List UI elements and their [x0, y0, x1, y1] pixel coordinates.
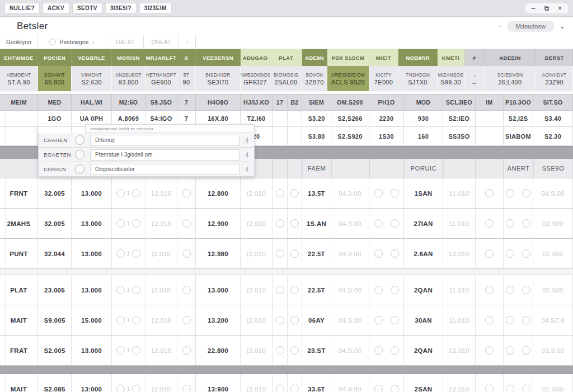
dropdown-action-button[interactable]: ›| — [239, 152, 254, 158]
status-circle[interactable] — [391, 346, 399, 355]
status-circle[interactable] — [182, 249, 191, 258]
status-circle[interactable] — [290, 249, 299, 258]
status-circle[interactable] — [276, 249, 284, 258]
breadcrumb-item[interactable]: Gooktyon — [0, 35, 38, 49]
status-circle[interactable] — [391, 189, 399, 197]
menu-button[interactable]: ACKV — [43, 3, 69, 13]
dropdown-row: EOAETENPtenratue I 3gisdeli om›| — [38, 148, 255, 162]
toggle-cell: 1 — [112, 239, 145, 268]
status-circle[interactable] — [290, 346, 299, 355]
status-circle[interactable] — [374, 346, 383, 355]
status-circle[interactable] — [276, 385, 284, 392]
breadcrumb-item[interactable]: Pestewgoe› — [38, 35, 106, 49]
status-circle[interactable] — [391, 286, 399, 294]
status-circle[interactable] — [485, 316, 494, 324]
status-circle[interactable] — [182, 385, 191, 392]
status-circle[interactable] — [132, 249, 140, 258]
status-circle[interactable] — [485, 219, 494, 228]
status-circle[interactable] — [290, 286, 299, 294]
status-circle[interactable] — [290, 385, 299, 392]
status-circle[interactable] — [132, 286, 140, 294]
radio-icon[interactable] — [49, 39, 56, 45]
menu-button[interactable]: 3I3E5I? — [105, 3, 137, 13]
status-circle[interactable] — [132, 219, 140, 228]
minimize-icon[interactable]: – — [532, 5, 536, 12]
status-circle[interactable] — [276, 286, 284, 294]
column-header: ADUGAO — [241, 49, 270, 66]
status-circle[interactable] — [132, 316, 140, 324]
status-circle[interactable] — [182, 316, 191, 324]
table-cell: 12.010 — [145, 305, 177, 335]
status-circle[interactable] — [116, 189, 125, 197]
menu-button[interactable]: 3I23EIM — [139, 3, 172, 13]
status-circle[interactable] — [182, 189, 191, 197]
status-circle[interactable] — [391, 219, 399, 228]
dropdown-action-button[interactable]: ›| — [239, 166, 254, 172]
status-circle[interactable] — [391, 249, 399, 258]
table-cell: 04.9:00 — [331, 374, 369, 392]
status-circle[interactable] — [391, 385, 399, 392]
status-circle[interactable] — [506, 249, 514, 258]
status-circle[interactable] — [485, 249, 494, 258]
stat-cell: SS3SO — [443, 127, 476, 146]
status-circle[interactable] — [522, 286, 530, 294]
status-circle[interactable] — [182, 346, 191, 355]
status-circle[interactable] — [522, 189, 530, 197]
dropdown-field[interactable]: Oogoscobcarler — [90, 164, 239, 175]
dropdown-action-button[interactable]: ›| — [239, 137, 254, 143]
status-circle[interactable] — [374, 189, 383, 197]
status-circle[interactable] — [132, 346, 140, 355]
status-circle[interactable] — [522, 316, 530, 324]
radio-button[interactable] — [75, 135, 84, 145]
status-circle[interactable] — [290, 219, 299, 228]
status-circle[interactable] — [391, 316, 399, 324]
subheader-cell: HETHANOPTGE900 — [145, 66, 177, 91]
status-circle[interactable] — [116, 346, 125, 355]
maximize-icon[interactable]: ⧉ — [544, 5, 549, 12]
status-circle[interactable] — [374, 286, 383, 294]
status-circle[interactable] — [290, 189, 299, 197]
status-circle[interactable] — [276, 316, 284, 324]
status-circle[interactable] — [374, 385, 383, 392]
radio-button[interactable] — [75, 150, 84, 159]
dropdown-field[interactable]: Ptenratue I 3gisdeli om — [90, 149, 239, 160]
menu-button[interactable]: SEOTV — [72, 3, 102, 13]
status-circle[interactable] — [276, 346, 284, 355]
status-circle[interactable] — [374, 316, 383, 324]
status-circle[interactable] — [116, 385, 125, 392]
radio-button[interactable] — [75, 164, 84, 174]
status-circle[interactable] — [485, 189, 494, 197]
status-circle[interactable] — [522, 346, 530, 355]
status-circle[interactable] — [374, 219, 383, 228]
status-circle[interactable] — [132, 385, 140, 392]
status-circle[interactable] — [116, 316, 125, 324]
chevron-down-icon[interactable]: ⌄ — [560, 22, 565, 30]
status-circle[interactable] — [506, 219, 514, 228]
menu-button[interactable]: NULLIE? — [4, 3, 40, 13]
status-circle[interactable] — [522, 219, 530, 228]
status-circle[interactable] — [290, 316, 299, 324]
status-circle[interactable] — [506, 316, 514, 324]
status-circle[interactable] — [485, 286, 494, 294]
status-circle[interactable] — [506, 286, 514, 294]
status-circle[interactable] — [485, 385, 494, 392]
status-circle[interactable] — [374, 249, 383, 258]
status-circle[interactable] — [116, 249, 125, 258]
status-circle[interactable] — [276, 189, 284, 197]
status-circle[interactable] — [522, 385, 530, 392]
status-circle[interactable] — [182, 219, 191, 228]
profile-pill-button[interactable]: Mdoudosw — [507, 21, 555, 32]
status-circle[interactable] — [132, 189, 140, 197]
status-circle[interactable] — [506, 385, 514, 392]
status-circle[interactable] — [116, 219, 125, 228]
close-icon[interactable]: × — [558, 5, 562, 12]
status-circle[interactable] — [485, 346, 494, 355]
status-circle[interactable] — [116, 286, 125, 294]
status-circle[interactable] — [182, 286, 191, 294]
status-circle[interactable] — [506, 189, 514, 197]
status-circle[interactable] — [522, 249, 530, 258]
status-circle[interactable] — [506, 346, 514, 355]
status-circle[interactable] — [276, 219, 284, 228]
dropdown-field[interactable]: Drtenuy — [90, 135, 239, 146]
table-cell: 22.5T — [302, 275, 331, 305]
